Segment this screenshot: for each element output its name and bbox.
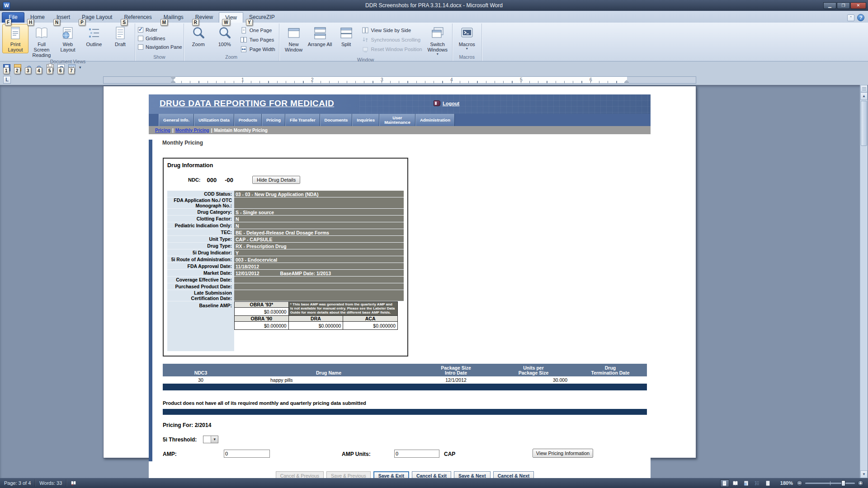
help-icon[interactable] — [857, 14, 864, 21]
scroll-down-icon[interactable] — [860, 470, 868, 478]
scroll-up-icon[interactable] — [860, 92, 868, 100]
minimize-ribbon-icon[interactable] — [847, 14, 854, 21]
new-window-button[interactable]: New Window — [281, 24, 307, 53]
nav-tab-file-transfer[interactable]: File Transfer — [285, 114, 320, 126]
tab-mailings[interactable]: MailingsM — [158, 12, 189, 23]
one-page-icon — [240, 27, 247, 34]
document-page[interactable]: DRUG DATA REPORTING FOR MEDICAID Logout … — [103, 86, 696, 458]
full-screen-reading-view-button[interactable] — [731, 479, 740, 487]
maximize-button[interactable]: ❐ — [837, 2, 850, 9]
field-value: RX - Prescription Drug — [234, 243, 404, 249]
ruler-toggle-button[interactable] — [860, 85, 868, 92]
nav-tab-user-maintenance[interactable]: User Maintenance — [379, 114, 415, 126]
page-indicator[interactable]: Page: 3 of 4 — [0, 478, 35, 488]
zoom-level[interactable]: 180% — [777, 480, 797, 486]
tab-review[interactable]: ReviewR — [189, 12, 219, 23]
minimize-button[interactable]: ▁ — [823, 2, 836, 9]
outline-button[interactable]: Outline — [81, 24, 107, 52]
checkbox-navigation-pane[interactable]: Navigation Pane — [137, 42, 182, 51]
field-value — [234, 283, 404, 290]
show-group-items: RulerGridlinesNavigation Pane — [137, 24, 182, 51]
zoom-slider[interactable] — [805, 483, 855, 484]
zoom-out-icon[interactable]: − — [797, 480, 802, 486]
page-width-button[interactable]: Page Width — [238, 44, 278, 54]
web-layout-button[interactable]: Web Layout — [55, 24, 81, 53]
amp-units-input[interactable] — [394, 450, 439, 458]
vertical-scrollbar[interactable] — [860, 85, 868, 478]
nav-tab-utilization-data[interactable]: Utilization Data — [194, 114, 234, 126]
view-side-by-side-button[interactable]: View Side by Side — [359, 25, 425, 35]
nav-tab-label: General Info. — [163, 118, 189, 122]
switch-windows-button[interactable]: Switch Windows — [425, 24, 451, 57]
web-layout-view-button[interactable] — [742, 479, 751, 487]
close-button[interactable]: ✕ — [850, 2, 866, 9]
draft-button[interactable]: Draft — [107, 24, 133, 52]
checkbox-ruler[interactable]: Ruler — [137, 25, 182, 34]
tab-insert[interactable]: InsertN — [51, 12, 76, 23]
web-layout-icon — [743, 480, 749, 486]
nav-tab-products[interactable]: Products — [234, 114, 262, 126]
tab-securezip[interactable]: SecureZIPY — [243, 12, 281, 23]
field-value-text: S - Single source — [236, 210, 274, 215]
two-pages-button[interactable]: Two Pages — [238, 35, 278, 44]
hide-drug-details-button[interactable]: Hide Drug Details — [252, 176, 300, 184]
window-title: DDR Screenshots for PRA 3.31.14.docx - M… — [0, 2, 868, 9]
tab-home[interactable]: HomeH — [24, 12, 51, 23]
nav-tab-documents[interactable]: Documents — [320, 114, 353, 126]
checkbox-gridlines[interactable]: Gridlines — [137, 34, 182, 42]
product-table: NDC3Drug NamePackage Size Intro DateUnit… — [163, 364, 647, 384]
button-label: Print Layout — [3, 42, 28, 52]
baseamp-date: BaseAMP Date: 1/2013 — [280, 271, 331, 276]
outline-view-button[interactable] — [753, 479, 762, 487]
tab-references[interactable]: ReferencesS — [118, 12, 157, 23]
zoom-in-icon[interactable]: + — [858, 480, 863, 486]
zoom-100-button[interactable]: 100% — [212, 24, 238, 52]
word-app-icon[interactable]: W — [3, 2, 10, 9]
nav-tab-inquiries[interactable]: Inquiries — [352, 114, 379, 126]
zoom-slider-thumb[interactable] — [841, 480, 845, 486]
breadcrumb-link-pricing[interactable]: Pricing — [155, 128, 170, 133]
logout-link[interactable]: Logout — [443, 101, 459, 106]
ruler-bar[interactable]: 123456 — [103, 76, 696, 84]
print-layout-view-button[interactable] — [720, 479, 729, 487]
split-button[interactable]: Split — [333, 24, 359, 52]
tab-file[interactable]: File F — [2, 12, 24, 23]
ruler-number: 2 — [311, 77, 314, 82]
nav-tab-administration[interactable]: Administration — [415, 114, 455, 126]
tab-page-layout[interactable]: Page LayoutP — [76, 12, 118, 23]
word-count[interactable]: Words: 33 — [35, 478, 66, 488]
breadcrumb-link-monthly-pricing[interactable]: Monthly Pricing — [175, 128, 209, 133]
field-label: Market Date: — [167, 270, 234, 276]
keytip-badge: 7 — [68, 67, 75, 74]
logout[interactable]: Logout — [434, 100, 459, 106]
field-label: Drug Type: — [167, 243, 234, 249]
logout-book-icon — [434, 100, 440, 106]
keytip-badge: Y — [246, 19, 253, 26]
full-screen-reading-button[interactable]: Full Screen Reading — [28, 24, 55, 59]
breadcrumb: Pricing|Monthly Pricing|Maintain Monthly… — [149, 126, 651, 134]
print-layout-icon — [8, 26, 23, 40]
app-title: DRUG DATA REPORTING FOR MEDICAID — [160, 99, 334, 108]
proofing-icon — [71, 480, 76, 486]
print-layout-button[interactable]: Print Layout — [2, 24, 28, 53]
document-area: DRUG DATA REPORTING FOR MEDICAID Logout … — [0, 85, 868, 478]
proofing-status[interactable] — [66, 478, 80, 488]
scrollbar-thumb[interactable] — [861, 101, 867, 146]
view-pricing-information-button[interactable]: View Pricing Information — [533, 449, 593, 458]
zoom-button[interactable]: Zoom — [185, 24, 212, 52]
keytip-badge: H — [27, 19, 34, 26]
one-page-button[interactable]: One Page — [238, 25, 278, 35]
nav-tab-general-info[interactable]: General Info. — [159, 114, 194, 126]
amp-row: AMP: AMP Units: CAP View Pricing Informa… — [163, 450, 647, 460]
draft-view-button[interactable] — [764, 479, 773, 487]
amp-input[interactable] — [224, 450, 270, 458]
nav-tab-pricing[interactable]: Pricing — [262, 114, 285, 126]
tab-view[interactable]: ViewW — [219, 12, 243, 23]
field-row: FDA Approval Date:11/18/2012 — [167, 263, 404, 270]
pricing-warning: Product does not have all of its require… — [163, 400, 651, 406]
arrange-all-button[interactable]: Arrange All — [307, 24, 333, 52]
threshold-select[interactable] — [203, 436, 218, 443]
tab-selector[interactable]: L — [3, 76, 11, 84]
field-label: Coverage Effective Date: — [167, 277, 234, 283]
macros-button[interactable]: Macros — [454, 24, 480, 52]
